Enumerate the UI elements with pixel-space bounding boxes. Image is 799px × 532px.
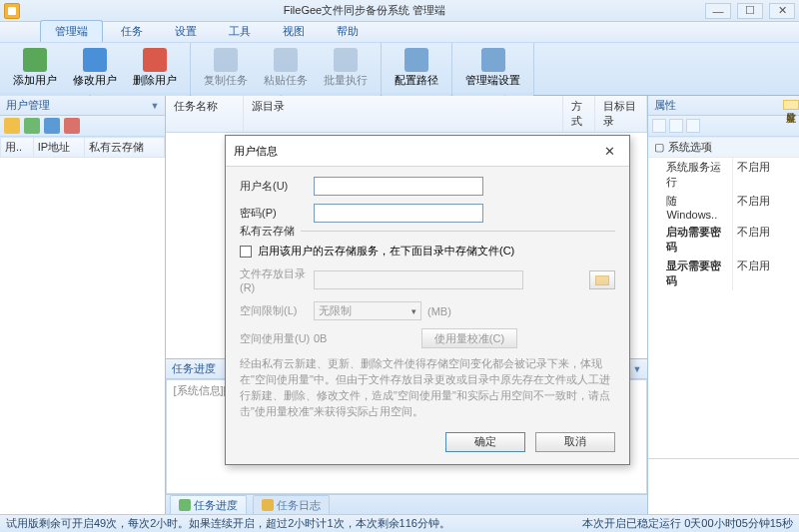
- spacelimit-label: 空间限制(L): [240, 303, 314, 318]
- username-label: 用户名(U): [240, 179, 314, 194]
- spacelimit-select: 无限制 ▾: [314, 301, 421, 320]
- user-info-dialog: 用户信息 ✕ 用户名(U) 密码(P) 私有云存储 启用该用户的云存储服务，在下…: [225, 135, 630, 465]
- cancel-button[interactable]: 取消: [535, 432, 615, 452]
- status-left: 试用版剩余可开启49次，每次2小时。如果连续开启，超过2小时计1次，本次剩余11…: [6, 516, 450, 531]
- calibrate-button: 使用量校准(C): [421, 328, 517, 348]
- spacelimit-value: 无限制: [319, 303, 352, 318]
- spacelimit-unit: (MB): [427, 305, 451, 317]
- dialog-title: 用户信息: [234, 144, 278, 159]
- storedir-input: [314, 270, 523, 289]
- dialog-close-button[interactable]: ✕: [597, 142, 621, 160]
- status-right: 本次开启已稳定运行 0天00小时05分钟15秒: [582, 516, 793, 531]
- enable-cloud-checkbox[interactable]: [240, 246, 252, 258]
- dialog-titlebar: 用户信息 ✕: [226, 136, 629, 167]
- storedir-label: 文件存放目录(R): [240, 266, 314, 293]
- password-label: 密码(P): [240, 206, 314, 221]
- folder-icon: [595, 275, 609, 285]
- status-bar: 试用版剩余可开启49次，每次2小时。如果连续开启，超过2小时计1次，本次剩余11…: [0, 514, 799, 532]
- enable-cloud-label: 启用该用户的云存储服务，在下面目录中存储文件(C): [258, 244, 514, 259]
- username-input[interactable]: [314, 177, 483, 196]
- fieldset-legend: 私有云存储: [240, 224, 301, 239]
- cloud-storage-fieldset: 私有云存储 启用该用户的云存储服务，在下面目录中存储文件(C) 文件存放目录(R…: [240, 231, 615, 420]
- spaceused-value: 0B: [314, 332, 421, 344]
- password-input[interactable]: [314, 204, 483, 223]
- dialog-note: 经由私有云新建、更新、删除文件使得存储空间变化都会被记录下来，体现在"空间使用量…: [240, 356, 615, 420]
- chevron-down-icon: ▾: [411, 306, 416, 316]
- ok-button[interactable]: 确定: [445, 432, 525, 452]
- browse-button: [589, 270, 615, 289]
- modal-overlay: 用户信息 ✕ 用户名(U) 密码(P) 私有云存储 启用该用户的云存储服务，在下…: [0, 0, 799, 532]
- spaceused-label: 空间使用量(U): [240, 331, 314, 346]
